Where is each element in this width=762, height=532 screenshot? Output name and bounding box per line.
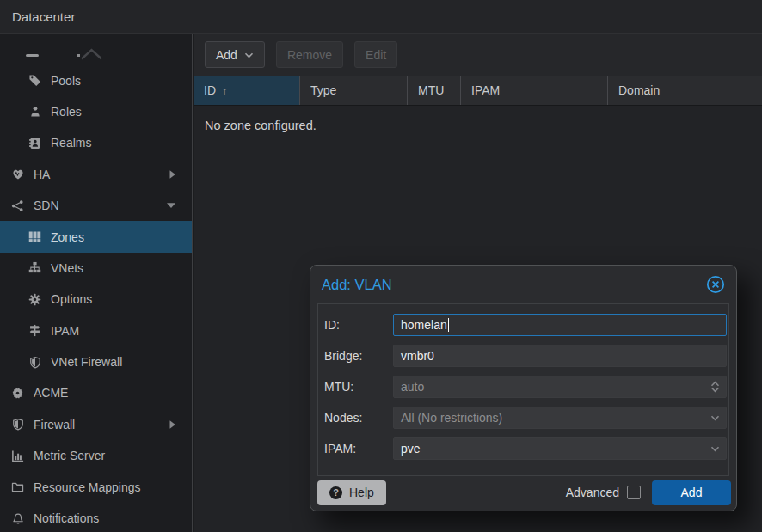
sidebar-item-label: ACME	[34, 386, 68, 400]
top-bar: Datacenter	[0, 0, 762, 34]
bridge-field-value: vmbr0	[401, 349, 434, 363]
sidebar-item-vnet-firewall[interactable]: VNet Firewall	[0, 346, 192, 377]
heartbeat-icon	[10, 168, 25, 181]
tag-icon	[28, 74, 42, 88]
bar-chart-icon	[10, 449, 25, 462]
sidebar-item-permissions-partial	[0, 34, 192, 64]
form-row-id: ID:homelan	[324, 314, 727, 336]
sidebar-item-label: SDN	[34, 199, 59, 212]
sidebar-item-pools[interactable]: Pools	[0, 64, 192, 95]
network-icon	[10, 199, 25, 212]
id-field[interactable]: homelan	[393, 314, 727, 336]
folder-icon	[10, 480, 25, 494]
grid-icon	[28, 230, 42, 244]
bell-icon	[10, 511, 25, 525]
column-header-label: Type	[310, 83, 336, 97]
toolbar: AddRemoveEdit	[194, 34, 762, 76]
column-header-ipam[interactable]: IPAM	[461, 76, 608, 105]
sidebar-item-label: VNets	[51, 261, 83, 275]
column-header-domain[interactable]: Domain	[608, 76, 762, 105]
chevron-down-icon[interactable]	[710, 407, 720, 428]
close-icon[interactable]	[706, 275, 725, 294]
sidebar-item-zones[interactable]: Zones	[0, 221, 192, 252]
advanced-checkbox[interactable]	[627, 486, 641, 499]
table-empty-message: No zone configured.	[194, 106, 762, 132]
column-header-label: MTU	[418, 83, 444, 97]
mtu-field[interactable]: auto	[393, 376, 727, 398]
nodes-field-label: Nodes:	[324, 411, 393, 425]
page-title: Datacenter	[12, 9, 75, 24]
column-header-type[interactable]: Type	[300, 76, 408, 105]
partial-text-fragment	[77, 54, 80, 58]
chevron-down-icon[interactable]	[166, 202, 176, 210]
certificate-icon	[10, 386, 25, 400]
advanced-label: Advanced	[566, 486, 619, 499]
sidebar-item-options[interactable]: Options	[0, 284, 192, 315]
sidebar-item-label: Options	[51, 292, 92, 306]
sidebar-item-label: Firewall	[34, 418, 75, 431]
column-header-label: ID	[204, 83, 216, 97]
bridge-field[interactable]: vmbr0	[393, 345, 727, 367]
id-field-label: ID:	[324, 318, 393, 332]
help-button[interactable]: ? Help	[317, 480, 386, 505]
chevron-down-icon[interactable]	[710, 438, 720, 459]
sitemap-icon	[28, 261, 42, 275]
column-header-id[interactable]: ID↑	[194, 76, 300, 105]
shield-icon	[10, 418, 25, 431]
sidebar-item-roles[interactable]: Roles	[0, 96, 192, 127]
edit-button-label: Edit	[366, 48, 386, 62]
sidebar-item-ipam[interactable]: IPAM	[0, 315, 192, 346]
sidebar-item-metric-server[interactable]: Metric Server	[0, 440, 192, 471]
partial-icon-fragment	[26, 54, 39, 58]
add-button-label: Add	[216, 48, 237, 62]
chevron-down-icon	[244, 52, 254, 58]
sidebar-item-label: Pools	[51, 74, 81, 88]
column-header-label: IPAM	[471, 83, 500, 97]
question-icon: ?	[329, 486, 342, 499]
add-vlan-dialog: Add: VLAN ID:homelanBridge:vmbr0MTU:auto…	[310, 265, 737, 511]
gear-icon	[28, 292, 42, 306]
sidebar-item-label: IPAM	[51, 324, 79, 338]
edit-button[interactable]: Edit	[354, 41, 397, 68]
chevron-right-icon[interactable]	[169, 419, 176, 430]
form-row-ipam: IPAM:pve	[324, 437, 727, 460]
sidebar-item-label: Metric Server	[34, 449, 105, 462]
map-signs-icon	[28, 324, 42, 338]
spinner-stepper[interactable]	[710, 376, 720, 397]
add-button[interactable]: Add	[205, 41, 265, 68]
sidebar-item-notifications[interactable]: Notifications	[0, 503, 192, 532]
user-icon	[28, 105, 42, 119]
sidebar-item-ha[interactable]: HA	[0, 159, 192, 190]
bridge-field-label: Bridge:	[324, 349, 393, 363]
sidebar-item-acme[interactable]: ACME	[0, 377, 192, 408]
chevron-right-icon[interactable]	[169, 169, 176, 180]
sidebar-item-label: Resource Mappings	[34, 480, 141, 494]
sidebar-item-label: Roles	[51, 105, 82, 119]
chevron-up-icon	[80, 48, 103, 60]
text-cursor	[448, 318, 450, 332]
remove-button[interactable]: Remove	[276, 41, 343, 68]
nodes-field[interactable]: All (No restrictions)	[393, 407, 727, 429]
help-button-label: Help	[349, 486, 374, 499]
sidebar-item-vnets[interactable]: VNets	[0, 253, 192, 284]
id-field-value: homelan	[401, 318, 447, 332]
sidebar-item-firewall[interactable]: Firewall	[0, 409, 192, 440]
sidebar-item-label: Notifications	[34, 511, 99, 525]
dialog-header[interactable]: Add: VLAN	[310, 266, 736, 303]
ipam-field[interactable]: pve	[393, 437, 727, 460]
dialog-title: Add: VLAN	[322, 277, 706, 293]
remove-button-label: Remove	[287, 48, 332, 62]
column-header-mtu[interactable]: MTU	[408, 76, 461, 105]
form-row-nodes: Nodes:All (No restrictions)	[324, 407, 727, 429]
column-header-label: Domain	[618, 83, 660, 97]
address-book-icon	[28, 136, 42, 150]
sidebar-item-resource-mappings[interactable]: Resource Mappings	[0, 471, 192, 502]
sort-ascending-icon: ↑	[222, 84, 228, 97]
sidebar-item-sdn[interactable]: SDN	[0, 190, 192, 221]
sidebar-tree: PoolsRolesRealmsHASDNZonesVNetsOptionsIP…	[0, 34, 193, 532]
add-submit-button[interactable]: Add	[652, 480, 731, 505]
form-row-bridge: Bridge:vmbr0	[324, 345, 727, 367]
sidebar-item-label: Zones	[51, 230, 84, 244]
sidebar-item-realms[interactable]: Realms	[0, 127, 192, 158]
mtu-field-value: auto	[401, 380, 424, 394]
